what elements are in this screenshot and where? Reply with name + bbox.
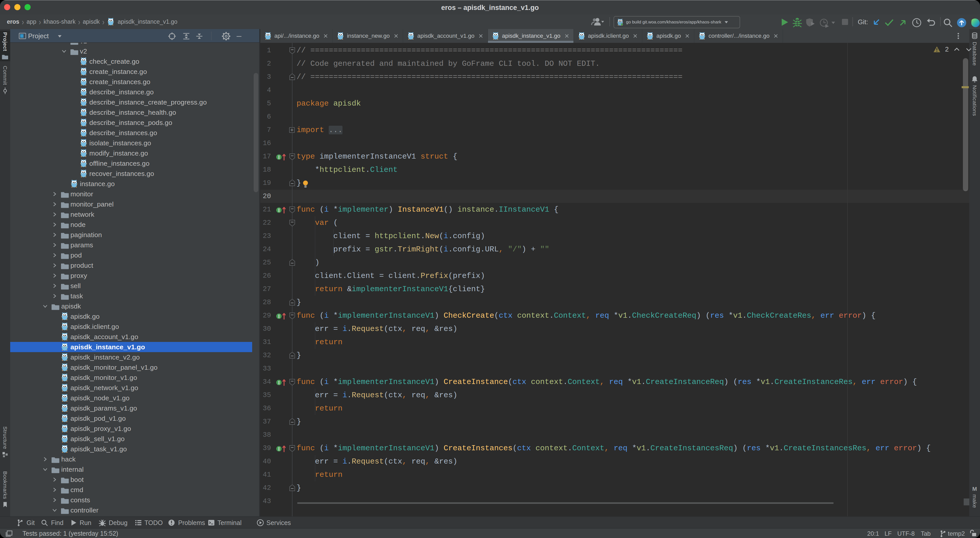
- svg-text:I: I: [278, 154, 280, 160]
- svg-text:I: I: [278, 314, 280, 319]
- svg-text:I: I: [278, 446, 280, 452]
- svg-text:I: I: [278, 208, 280, 213]
- svg-text:I: I: [278, 380, 280, 385]
